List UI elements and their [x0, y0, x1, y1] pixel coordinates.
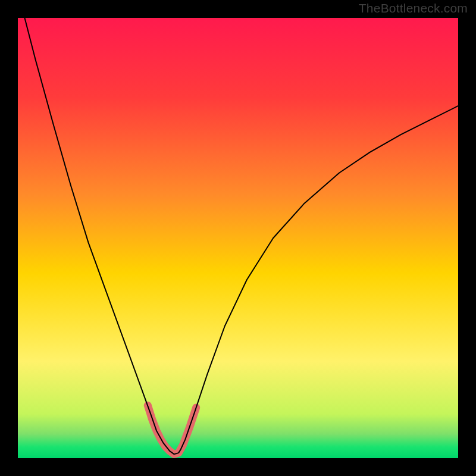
plot-area [18, 18, 458, 458]
chart-frame: TheBottleneck.com [0, 0, 476, 476]
watermark-text: TheBottleneck.com [359, 1, 468, 15]
plot-background [18, 18, 458, 458]
chart-svg [18, 18, 458, 458]
